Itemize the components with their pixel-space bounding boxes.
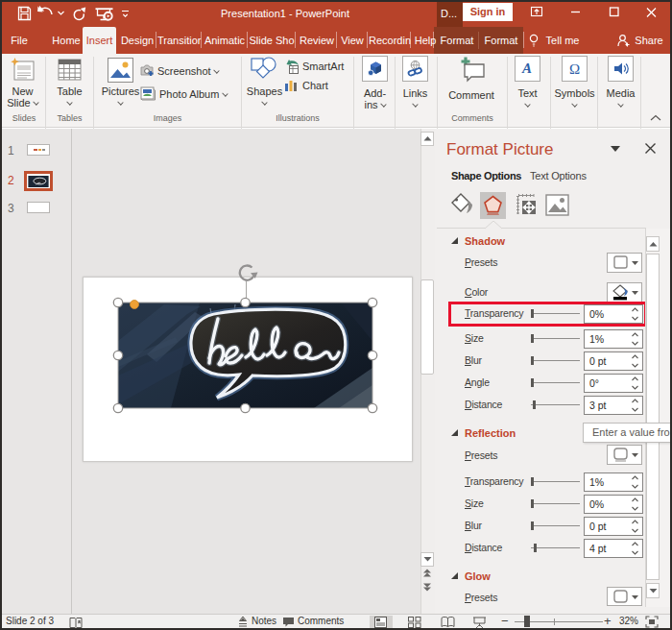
svg-text:A: A bbox=[521, 61, 532, 76]
svg-text:Ω: Ω bbox=[569, 61, 580, 77]
